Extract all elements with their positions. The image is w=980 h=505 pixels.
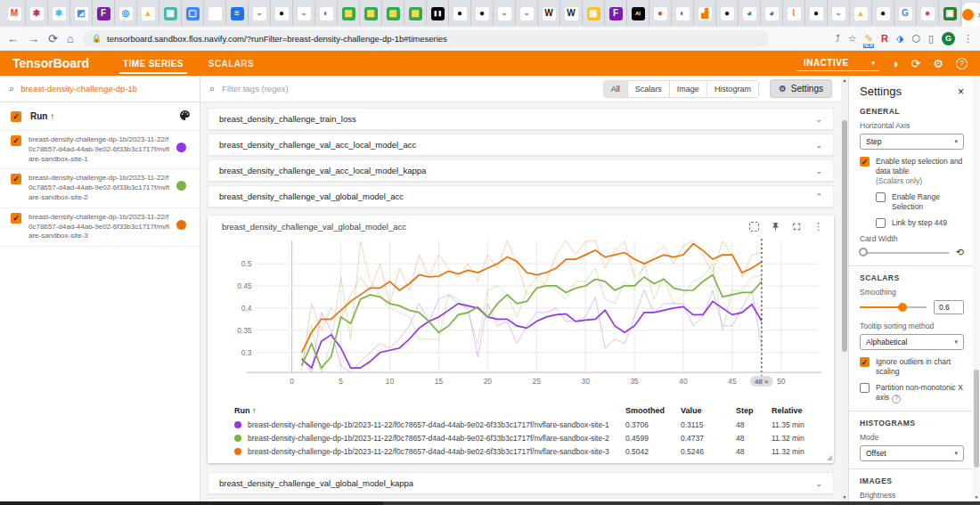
active-tab[interactable]: × (962, 3, 980, 27)
checkbox-checked[interactable]: ✓ (860, 357, 870, 367)
range-selection-checkbox[interactable]: Enable Range Selection (876, 192, 964, 212)
histogram-mode-select[interactable]: Offset ▾ (860, 445, 964, 461)
pinned-tab[interactable]: ▦ (382, 1, 404, 26)
runs-column-label[interactable]: Run ↑ (30, 111, 54, 121)
pinned-tab[interactable]: F (605, 1, 627, 26)
pinned-tab[interactable]: ▦ (338, 1, 360, 26)
pinned-tab[interactable]: ▦ (360, 1, 382, 26)
section-train-loss[interactable]: breast_density_challenge_train_loss ⌄ (208, 108, 834, 130)
tab-time-series[interactable]: TIME SERIES (110, 51, 196, 76)
pinned-tab[interactable]: ● (649, 1, 672, 26)
checkbox-unchecked[interactable] (876, 192, 886, 202)
pinned-tab[interactable]: ◐ (672, 1, 694, 26)
run-color-dot[interactable] (176, 181, 186, 191)
partition-x-axis-checkbox[interactable]: Partition non-monotonic X axis? (860, 383, 964, 403)
smoothing-input[interactable]: 0.6 (934, 300, 964, 314)
tab-scalars[interactable]: SCALARS (196, 51, 266, 76)
pinned-tab[interactable]: ◩ (70, 1, 93, 26)
scroll-down-icon[interactable]: ▼ (841, 494, 848, 500)
section-val-global-model-kappa[interactable]: breast_density_challenge_val_global_mode… (208, 472, 834, 494)
refresh-icon[interactable]: ⟳ (911, 57, 920, 70)
fullscreen-icon[interactable] (749, 222, 759, 232)
home-icon[interactable]: ⌂ (67, 32, 74, 45)
chip-histogram[interactable]: Histogram (707, 81, 758, 97)
pinned-tab[interactable]: ✱ (26, 1, 48, 26)
run-checkbox[interactable]: ✓ (11, 213, 21, 224)
pinned-tab[interactable]: ◎ (115, 1, 137, 26)
scroll-down-icon[interactable]: ▼ (973, 494, 980, 500)
checkbox-checked[interactable]: ✓ (860, 157, 870, 167)
pinned-tab[interactable]: AI (627, 1, 649, 26)
col-run[interactable]: Run ↑ (231, 403, 622, 418)
run-row-site-1[interactable]: ✓ breast-density-challenge-dp-1b/2023-11… (0, 131, 200, 169)
pinned-tab[interactable]: W (560, 1, 583, 26)
tooltip-sorting-select[interactable]: Alphabetical ▾ (860, 334, 964, 350)
checkbox-unchecked[interactable] (860, 383, 870, 393)
pinned-tab[interactable]: ◒ (494, 1, 516, 26)
extensions-puzzle-icon[interactable]: ⬡ (911, 33, 920, 45)
pinned-tab[interactable]: ● (872, 1, 894, 26)
run-row-site-3[interactable]: ✓ breast-density-challenge-dp-1b/2023-11… (0, 208, 200, 247)
main-scrollbar[interactable]: ▲ ▼ (841, 76, 848, 501)
run-checkbox[interactable]: ✓ (11, 135, 21, 146)
select-all-checkbox[interactable]: ✓ (11, 111, 21, 122)
horizontal-axis-select[interactable]: Step ▾ (860, 134, 964, 150)
chip-image[interactable]: Image (670, 81, 707, 97)
help-icon[interactable]: ? (956, 58, 968, 69)
help-icon[interactable]: ? (892, 395, 901, 403)
pinned-tab[interactable]: ▣ (159, 1, 182, 26)
pinned-tab[interactable]: ⌇ (783, 1, 805, 26)
pinned-tab[interactable]: ❚❚ (427, 1, 449, 26)
run-color-dot[interactable] (176, 143, 186, 152)
pinned-tab[interactable]: ✱ (48, 1, 70, 26)
scrollbar-thumb[interactable] (974, 370, 979, 468)
scrollbar-thumb[interactable] (842, 120, 847, 352)
pinned-tab[interactable]: ● (471, 1, 494, 26)
close-icon[interactable]: × (958, 86, 964, 98)
palette-icon[interactable] (179, 110, 191, 123)
pinned-tab[interactable]: ● (271, 1, 293, 26)
checkbox-unchecked[interactable] (876, 218, 886, 228)
gear-icon[interactable]: ⚙ (933, 57, 943, 70)
chart-svg[interactable]: 0.30.350.40.450.50510152025303540455048 … (215, 232, 827, 402)
pinned-tab[interactable]: ≡ (226, 1, 249, 26)
extension-pencil-icon[interactable]: ✎NEW (865, 33, 873, 45)
browser-menu-icon[interactable]: ⋮ (963, 33, 973, 45)
pin-icon[interactable] (771, 222, 780, 232)
section-val-acc-local-model-acc[interactable]: breast_density_challenge_val_acc_local_m… (208, 134, 834, 156)
slider-thumb[interactable] (898, 303, 907, 312)
scroll-up-icon[interactable]: ▲ (841, 77, 848, 83)
col-step[interactable]: Step (732, 403, 768, 418)
extension-r-icon[interactable]: R (881, 33, 888, 44)
address-bar[interactable]: 🔒 tensorboard.sandbox.flos.navify.com/?r… (83, 30, 769, 47)
pinned-tab[interactable]: ◒ (249, 1, 271, 26)
tensorboard-logo[interactable]: TensorBoard (0, 51, 110, 76)
run-color-dot[interactable] (176, 220, 186, 230)
pinned-tab[interactable]: ◒ (516, 1, 538, 26)
section-val-local-model-acc[interactable]: breast_density_challenge_val_local_model… (208, 498, 834, 501)
reset-icon[interactable]: ⟲ (956, 247, 964, 258)
pinned-tab[interactable]: ▥ (583, 1, 605, 26)
ignore-outliers-checkbox[interactable]: ✓ Ignore outliers in chart scaling (860, 357, 964, 377)
chip-all[interactable]: All (604, 81, 628, 97)
run-checkbox[interactable]: ✓ (11, 174, 21, 184)
pinned-tab[interactable]: W (538, 1, 560, 26)
settings-scrollbar[interactable]: ▼ (973, 76, 980, 501)
card-menu-icon[interactable]: ⋮ (813, 221, 823, 232)
pinned-tab[interactable]: ● (805, 1, 828, 26)
reload-icon[interactable]: ⟳ (48, 32, 58, 45)
line-chart[interactable]: 0.30.350.40.450.50510152025303540455048 … (215, 232, 827, 402)
pinned-tab[interactable]: ▢ (182, 1, 204, 26)
pinned-tab[interactable]: ▦ (404, 1, 427, 26)
slider-thumb[interactable] (859, 248, 868, 257)
pinned-tab[interactable]: M (4, 1, 26, 26)
fit-domain-icon[interactable] (792, 222, 802, 232)
reload-status-select[interactable]: INACTIVE ▾ (796, 55, 879, 71)
card-width-slider[interactable]: ⟲ (860, 247, 964, 258)
section-val-acc-local-model-kappa[interactable]: breast_density_challenge_val_acc_local_m… (208, 159, 834, 182)
forward-icon[interactable]: → (28, 32, 39, 45)
run-filter-input[interactable]: ⌕ breast-density-challenge-dp-1b (0, 76, 200, 102)
run-row-site-2[interactable]: ✓ breast-density-challenge-dp-1b/2023-11… (0, 169, 200, 208)
theme-toggle-icon[interactable]: ◑ (892, 57, 899, 70)
step-selection-checkbox[interactable]: ✓ Enable step selection and data table(S… (860, 157, 964, 186)
